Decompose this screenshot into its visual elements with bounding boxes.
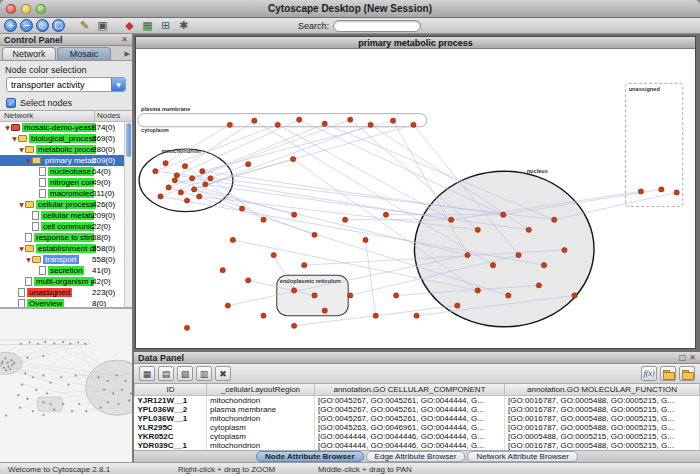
manage-networks-icon[interactable]: ▦ — [140, 19, 155, 33]
network-node[interactable] — [449, 217, 454, 222]
column-header-annotation-go-cellular-component[interactable]: annotation.GO CELLULAR_COMPONENT — [315, 384, 505, 395]
network-node[interactable] — [475, 227, 480, 232]
tree-scrollbar[interactable] — [124, 122, 132, 307]
network-node[interactable] — [178, 190, 183, 195]
control-panel-close-icon[interactable]: ✕ — [121, 36, 128, 44]
tab-network[interactable]: Network — [2, 47, 56, 60]
network-node[interactable] — [208, 176, 213, 181]
network-node[interactable] — [291, 212, 296, 217]
tree-item-biological-process[interactable]: ▼biological_process869(0) — [0, 133, 124, 144]
network-node[interactable] — [383, 212, 388, 217]
table-row[interactable]: YDR039C__1mitochondrion[GO:0044444, GO:0… — [135, 441, 700, 450]
column-header-cellularlayoutregion[interactable]: _cellularLayoutRegion — [207, 384, 315, 395]
network-node[interactable] — [373, 313, 378, 318]
network-node[interactable] — [239, 206, 244, 211]
network-node[interactable] — [261, 217, 266, 222]
unselect-attributes-icon[interactable]: ▤ — [158, 366, 174, 381]
create-attribute-icon[interactable]: ▧ — [177, 366, 193, 381]
column-header-annotation-go-molecular-function[interactable]: annotation.GO MOLECULAR_FUNCTION — [505, 384, 700, 395]
network-node[interactable] — [275, 122, 280, 127]
network-node[interactable] — [182, 164, 187, 169]
zoom-out-icon[interactable]: − — [20, 19, 33, 32]
network-node[interactable] — [572, 293, 577, 298]
dropdown-arrow-icon[interactable]: ▼ — [111, 78, 125, 91]
control-panel-titlebar[interactable]: Control Panel ✕ — [0, 34, 132, 46]
network-node[interactable] — [225, 303, 230, 308]
network-node[interactable] — [291, 323, 296, 328]
tree-item-nitrogen-compo[interactable]: nitrogen compo...49(0) — [0, 177, 124, 188]
network-node[interactable] — [189, 176, 194, 181]
network-node[interactable] — [191, 187, 196, 192]
network-node[interactable] — [659, 187, 664, 192]
network-node[interactable] — [200, 169, 205, 174]
tree-item-mosaic-demo-yeast[interactable]: ▼mosaic-demo-yeast874(0) — [0, 122, 124, 133]
table-row[interactable]: YLR295Ccytoplasm[GO:0045263, GO:0046961,… — [135, 423, 700, 432]
network-node[interactable] — [246, 278, 251, 283]
data-panel-close-icon[interactable]: ✕ — [689, 354, 696, 362]
network-node[interactable] — [271, 252, 276, 257]
column-header-id[interactable]: ID — [135, 384, 207, 395]
import-attributes-icon[interactable] — [660, 366, 676, 381]
network-node[interactable] — [501, 212, 506, 217]
table-row[interactable]: YPL036W__2plasma membrane[GO:0045267, GO… — [135, 405, 700, 414]
network-node[interactable] — [414, 313, 419, 318]
expander-icon[interactable]: ▼ — [18, 201, 25, 208]
network-node[interactable] — [227, 122, 232, 127]
zoom-fit-icon[interactable]: ▢ — [52, 19, 65, 32]
tree-item-overview[interactable]: Overview8(0) — [0, 298, 124, 307]
tab-network-attribute-browser[interactable]: Network Attribute Browser — [467, 451, 577, 462]
network-node[interactable] — [297, 117, 302, 122]
tree-header-nodes[interactable]: Nodes — [94, 111, 132, 121]
network-node[interactable] — [261, 313, 266, 318]
window-titlebar[interactable]: Cytoscape Desktop (New Session) — [0, 0, 700, 18]
tab-scroll-right-icon[interactable]: ▶ — [125, 50, 130, 58]
network-node[interactable] — [516, 252, 521, 257]
birdseye-view[interactable] — [0, 308, 132, 462]
tree-item-multi-organism-pro[interactable]: multi-organism pro...42(0) — [0, 276, 124, 287]
network-node[interactable] — [342, 217, 347, 222]
expander-icon[interactable]: ▼ — [18, 245, 25, 252]
tree-item-secretion[interactable]: secretion41(0) — [0, 265, 124, 276]
network-node[interactable] — [312, 293, 317, 298]
network-node[interactable] — [153, 169, 158, 174]
data-panel-float-icon[interactable]: □ — [679, 354, 687, 362]
network-node[interactable] — [197, 194, 202, 199]
network-node[interactable] — [220, 268, 225, 273]
expander-icon[interactable]: ▼ — [25, 157, 32, 164]
network-node[interactable] — [393, 293, 398, 298]
layout-icon[interactable]: ✱ — [176, 19, 191, 33]
tree-item-establishment-of-lo[interactable]: ▼establishment of lo...558(0) — [0, 243, 124, 254]
tree-item-unassigned[interactable]: unassigned223(0) — [0, 287, 124, 298]
network-node[interactable] — [312, 232, 317, 237]
network-view-titlebar[interactable]: primary metabolic process — [136, 37, 695, 49]
network-node[interactable] — [390, 118, 395, 123]
tree-item-cell-communica[interactable]: cell communica...22(0) — [0, 221, 124, 232]
network-node[interactable] — [363, 237, 368, 242]
network-node[interactable] — [674, 190, 679, 195]
tree-item-cellular-process[interactable]: ▼cellular process426(0) — [0, 199, 124, 210]
delete-attribute-icon[interactable]: ▥ — [196, 366, 212, 381]
network-node[interactable] — [246, 162, 251, 167]
tree-item-cellular-metabo[interactable]: cellular metabo...209(0) — [0, 210, 124, 221]
network-node[interactable] — [465, 252, 470, 257]
network-node[interactable] — [163, 161, 168, 166]
expander-icon[interactable]: ▼ — [11, 135, 18, 142]
network-node[interactable] — [475, 288, 480, 293]
node-color-dropdown[interactable]: transporter activity ▼ — [6, 77, 126, 92]
network-node[interactable] — [184, 198, 189, 203]
network-node[interactable] — [174, 173, 179, 178]
network-node[interactable] — [638, 189, 643, 194]
tree-header-network[interactable]: Network — [0, 111, 94, 121]
formula-builder-icon[interactable]: f(x) — [641, 366, 657, 381]
network-node[interactable] — [506, 293, 511, 298]
network-node[interactable] — [302, 263, 307, 268]
search-input[interactable] — [333, 20, 421, 32]
add-network-icon[interactable]: ⊞ — [158, 19, 173, 33]
network-node[interactable] — [172, 178, 177, 183]
network-node[interactable] — [368, 122, 373, 127]
network-node[interactable] — [203, 182, 208, 187]
network-node[interactable] — [230, 237, 235, 242]
network-node[interactable] — [322, 308, 327, 313]
export-attributes-icon[interactable] — [679, 366, 695, 381]
table-row[interactable]: YKR052Ccytoplasm[GO:0044444, GO:0044446,… — [135, 432, 700, 441]
